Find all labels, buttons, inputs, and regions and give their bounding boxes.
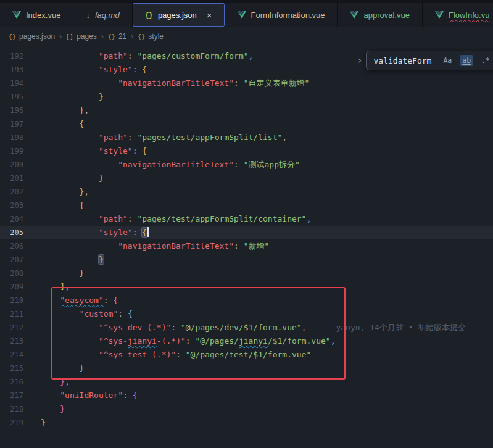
close-icon[interactable]: × <box>207 10 212 20</box>
line-number[interactable]: 209 <box>0 280 23 294</box>
line-number[interactable]: 204 <box>0 212 23 226</box>
line-number[interactable]: 214 <box>0 348 23 362</box>
indent-guide <box>60 212 79 226</box>
breadcrumb-item-pages-json[interactable]: {}pages.json <box>9 32 55 41</box>
code-token: "navigationBarTitleText" <box>118 241 234 251</box>
code-line-213[interactable]: 213"^sys-jianyi-(.*)": "@/pages/jianyi/$… <box>0 334 493 348</box>
line-number[interactable]: 212 <box>0 321 23 334</box>
line-number[interactable]: 217 <box>0 389 23 402</box>
code-line-203[interactable]: 203{ <box>0 199 493 212</box>
tab-pages-json[interactable]: {}pages.json× <box>133 3 225 27</box>
code-line-204[interactable]: 204"path": "pages/test/appFormSplit/cont… <box>0 212 493 226</box>
line-number[interactable]: 195 <box>0 90 23 104</box>
code-token: , <box>65 282 70 291</box>
line-number[interactable]: 192 <box>0 49 23 63</box>
line-number[interactable]: 194 <box>0 77 23 90</box>
line-number[interactable]: 200 <box>0 158 23 172</box>
line-number[interactable]: 218 <box>0 402 23 416</box>
code-line-212[interactable]: 212"^sys-dev-(.*)": "@/pages/dev/$1/form… <box>0 321 493 334</box>
regex-button[interactable]: .* <box>479 55 492 66</box>
indent-guide <box>60 253 79 267</box>
breadcrumb-item-21[interactable]: {}21 <box>108 32 126 41</box>
code-line-202[interactable]: 202}, <box>0 185 493 199</box>
code-token: , <box>84 187 89 196</box>
line-number[interactable]: 211 <box>0 307 23 321</box>
code-line-218[interactable]: 218} <box>0 402 493 416</box>
indent-guide <box>60 158 79 172</box>
find-collapse-chevron[interactable]: › <box>357 55 362 66</box>
code-token: } <box>60 377 65 386</box>
line-number[interactable]: 205 <box>0 226 23 239</box>
line-number[interactable]: 208 <box>0 267 23 280</box>
code-line-208[interactable]: 208} <box>0 267 493 280</box>
indent-guide <box>41 280 60 294</box>
code-line-214[interactable]: 214"^sys-test-(.*)": "@/pages/test/$1/fo… <box>0 348 493 362</box>
code-line-200[interactable]: 200"navigationBarTitleText": "测试app拆分" <box>0 158 493 172</box>
code-text: "style": { <box>41 144 147 158</box>
code-line-210[interactable]: 210"easycom": { <box>0 294 493 307</box>
code-line-198[interactable]: 198"path": "pages/test/appFormSplit/list… <box>0 131 493 144</box>
code-line-195[interactable]: 195} <box>0 90 493 104</box>
code-line-217[interactable]: 217"uniIdRouter": { <box>0 389 493 402</box>
code-line-201[interactable]: 201} <box>0 172 493 185</box>
code-line-211[interactable]: 211"custom": { <box>0 307 493 321</box>
code-line-216[interactable]: 216}, <box>0 375 493 389</box>
git-blame-annotation: yaoyn, 14个月前 • 初始版本提交 <box>306 323 466 332</box>
breadcrumb-item-style[interactable]: {}style <box>138 32 164 41</box>
match-case-button[interactable]: Aa <box>441 55 454 66</box>
code-token: : <box>133 65 143 74</box>
code-line-194[interactable]: 194"navigationBarTitleText": "自定义表单新增" <box>0 77 493 90</box>
code-token: : <box>234 241 244 251</box>
code-token: "pages/test/appFormSplit/container" <box>138 214 307 223</box>
line-number[interactable]: 210 <box>0 294 23 307</box>
code-token: "^sys-dev-(.*)" <box>99 323 171 332</box>
line-number[interactable]: 197 <box>0 117 23 131</box>
line-number[interactable]: 213 <box>0 334 23 348</box>
code-line-207[interactable]: 207} <box>0 253 493 267</box>
tab-forminformation-vue[interactable]: FormInformation.vue <box>225 3 338 27</box>
tab-flowinfo-vu[interactable]: FlowInfo.vu <box>423 3 493 27</box>
code-line-197[interactable]: 197{ <box>0 117 493 131</box>
indent-guide <box>99 77 118 90</box>
line-number[interactable]: 199 <box>0 144 23 158</box>
code-line-209[interactable]: 209], <box>0 280 493 294</box>
line-number[interactable]: 201 <box>0 172 23 185</box>
line-number[interactable]: 219 <box>0 416 23 429</box>
line-number[interactable]: 193 <box>0 63 23 77</box>
tab-label: pages.json <box>158 10 197 20</box>
indent-guide <box>80 63 99 77</box>
code-line-196[interactable]: 196}, <box>0 104 493 117</box>
line-number[interactable]: 196 <box>0 104 23 117</box>
line-number[interactable]: 216 <box>0 375 23 389</box>
code-token: { <box>142 146 147 156</box>
code-token: : <box>123 391 133 400</box>
text-cursor <box>147 227 149 237</box>
code-token: : <box>133 228 143 237</box>
code-text: "path": "pages/test/appFormSplit/list", <box>41 131 287 144</box>
code-line-215[interactable]: 215} <box>0 362 493 375</box>
find-input[interactable]: validateForm Aa ab .* <box>366 51 493 70</box>
find-query[interactable]: validateForm <box>374 56 432 65</box>
tab-faq-md[interactable]: ↓faq.md <box>73 3 132 27</box>
line-number[interactable]: 202 <box>0 185 23 199</box>
code-line-199[interactable]: 199"style": { <box>0 144 493 158</box>
tab-index-vue[interactable]: Index.vue <box>0 3 73 27</box>
indent-guide <box>41 49 60 63</box>
whole-word-button[interactable]: ab <box>460 55 473 66</box>
code-line-219[interactable]: 219} <box>0 416 493 429</box>
line-number[interactable]: 206 <box>0 239 23 253</box>
code-line-206[interactable]: 206"navigationBarTitleText": "新增" <box>0 239 493 253</box>
tab-approval-vue[interactable]: approval.vue <box>338 3 422 27</box>
breadcrumb-label: pages.json <box>19 32 55 41</box>
code-token: "custom" <box>80 309 118 318</box>
editor[interactable]: 192"path": "pages/customForm/form",193"s… <box>0 46 493 448</box>
line-number[interactable]: 198 <box>0 131 23 144</box>
line-number[interactable]: 203 <box>0 199 23 212</box>
line-number[interactable]: 215 <box>0 362 23 375</box>
code-line-205[interactable]: 205"style": { <box>0 226 493 239</box>
breadcrumb-item-pages[interactable]: []pages <box>66 32 97 41</box>
code-text: }, <box>41 104 89 117</box>
code-token: "path" <box>99 133 128 142</box>
line-number[interactable]: 207 <box>0 253 23 267</box>
code-token: "style" <box>99 228 133 237</box>
